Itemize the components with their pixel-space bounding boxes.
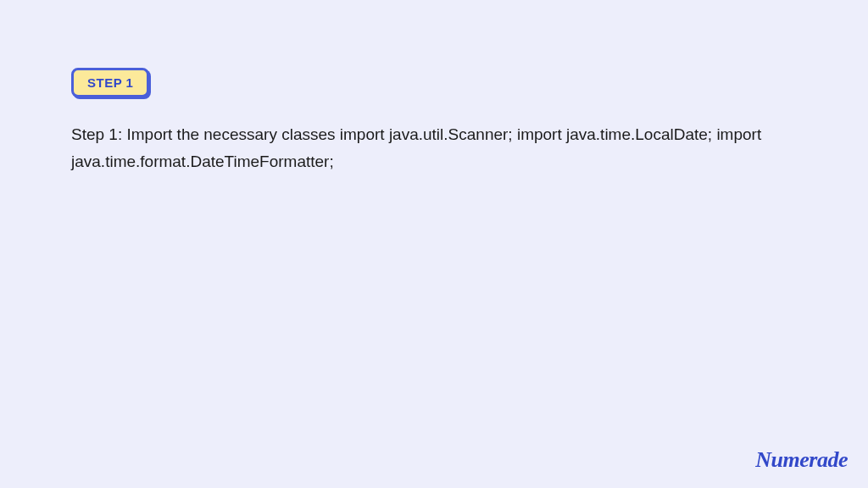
numerade-logo: Numerade xyxy=(755,447,848,473)
content-area: STEP 1 Step 1: Import the necessary clas… xyxy=(0,0,868,176)
step-description: Step 1: Import the necessary classes imp… xyxy=(71,121,800,176)
step-badge: STEP 1 xyxy=(71,68,149,97)
